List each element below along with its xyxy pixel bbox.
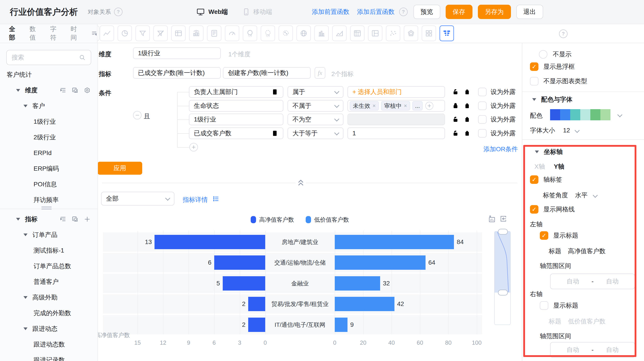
metric-group[interactable]: 跟进动态 [0,321,98,336]
detail-list-icon[interactable] [212,195,220,202]
radio-hide[interactable]: 不显示 [539,50,572,58]
list-item[interactable]: 完成的外勤数 [0,305,98,321]
toolbar-icon-pivot-table[interactable] [350,26,364,41]
list-item[interactable]: ERP编码 [0,161,98,176]
expose-checkbox[interactable] [478,129,486,138]
left-axis-range[interactable]: 自动 - 自动 [550,274,635,289]
checkbox-left-show-title[interactable]: ✓显示标题 [540,231,578,240]
condition-operator[interactable]: 大于等于 [288,128,344,139]
checkbox-show-tooltip[interactable]: ✓显示悬浮框 [530,62,575,71]
metric-group[interactable]: 订单产品 [0,227,98,243]
sidebar-splitter[interactable] [0,209,98,211]
range-min-input[interactable]: 自动 [554,277,592,286]
add-or-condition-link[interactable]: 添加OR条件 [484,145,518,154]
left-bar[interactable] [248,297,265,311]
condition-field[interactable]: 生命状态 [189,100,283,112]
list-item[interactable]: 跟进记录数 [0,352,98,361]
toolbar-icon-pie-chart[interactable] [118,26,132,41]
tab-x-axis[interactable]: X轴 [534,162,545,171]
function-help-icon[interactable]: ? [399,8,408,16]
trash-icon[interactable] [463,102,471,110]
range-max-input[interactable]: 自动 [594,346,631,354]
toolbar-icon-line-area[interactable] [332,26,346,41]
list-item[interactable]: 订单产品总数 [0,258,98,274]
checkbox-right-show-title[interactable]: 显示标题 [540,301,578,310]
multi-select-icon[interactable] [72,216,79,223]
left-bar[interactable] [248,318,265,332]
toolbar-icon-funnel-filtered[interactable] [154,26,168,41]
remove-group-button[interactable]: − [133,111,142,120]
toolbar-icon-radar[interactable] [404,26,418,41]
expose-checkbox[interactable] [478,88,486,96]
list-item[interactable]: ERPId [0,145,98,161]
datazoom-handle-middle[interactable] [498,290,508,296]
toolbar-icon-scatter[interactable] [386,26,400,41]
list-item[interactable]: 测试指标-1 [0,243,98,258]
right-bar[interactable] [335,276,380,290]
trash-icon[interactable] [463,116,471,123]
legend-item[interactable]: 低价值客户数 [306,216,349,224]
toolbar-icon-gauge[interactable] [225,26,239,41]
legend-item[interactable]: 高净值客户数 [251,216,294,224]
list-item[interactable]: 1级行业 [0,114,98,130]
fx-button[interactable]: fx [314,67,325,79]
indent-list-icon[interactable] [60,87,67,94]
lock-icon[interactable] [452,102,459,110]
category-filter-select[interactable]: 全部 [101,192,174,206]
add-condition-button[interactable]: + [190,143,198,152]
collapse-config-button[interactable] [296,178,306,188]
unlock-icon[interactable] [452,130,459,137]
org-picker-icon[interactable] [271,88,278,96]
toolbar-icon-map-cn-3[interactable] [278,26,293,41]
palette-swatches[interactable] [550,109,622,120]
left-bar[interactable] [214,256,265,270]
dimension-group-customer[interactable]: 客户 [0,98,98,114]
chart-row[interactable]: 2 贸易/批发/零售/租赁业 42 [102,294,482,314]
add-to-dashboard-icon[interactable] [488,215,496,223]
toolbar-icon-map-cn-2[interactable]: CN [261,26,275,41]
toolbar-icon-report[interactable] [207,26,222,41]
metric-field-1[interactable]: 已成交客户数(唯一计数) [133,67,221,79]
label-angle-row[interactable]: 标签角度 水平 [543,191,597,200]
search-input[interactable]: 搜索 [6,50,91,65]
toolbar-icon-funnel[interactable] [136,26,150,41]
close-icon[interactable]: × [404,103,407,109]
help-icon[interactable]: ? [114,8,122,16]
range-min-input[interactable]: 自动 [554,346,592,354]
list-item[interactable]: 拜访频率 [0,192,98,208]
tab-y-axis[interactable]: Y轴 [554,162,564,171]
right-bar[interactable] [335,256,426,270]
tag[interactable]: 未生效× [350,101,379,110]
list-item[interactable]: 跟进动态数 [0,336,98,352]
toolbar-icon-bar-trend[interactable] [189,26,204,41]
unlock-icon[interactable] [452,88,459,96]
left-bar[interactable] [223,276,265,290]
condition-operator[interactable]: 不属于 [288,100,344,112]
indent-list-icon[interactable] [60,216,67,223]
datazoom-handle-top[interactable] [498,229,508,235]
save-as-button[interactable]: 另存为 [478,5,511,19]
condition-field[interactable]: 1级行业 [189,114,283,125]
trash-icon[interactable] [463,88,471,96]
add-post-function-link[interactable]: 添加后置函数 [357,8,395,16]
list-item[interactable]: 2级行业 [0,130,98,145]
collapse-fields-icon[interactable] [91,30,97,37]
metric-detail-link[interactable]: 指标详情 [183,196,208,204]
web-toggle[interactable]: Web端 [196,8,228,16]
toolbar-icon-quadrant[interactable] [422,26,436,41]
condition-operator[interactable]: 属于 [288,86,344,98]
right-axis-range[interactable]: 自动 - 自动 [550,342,635,358]
export-back-icon[interactable] [499,215,507,223]
left-axis-title-value[interactable]: 高净值客户数 [568,247,606,256]
right-bar[interactable] [335,318,348,332]
condition-value-picker[interactable]: + 选择人员和部门 [348,86,445,98]
multi-select-icon[interactable] [72,87,79,94]
condition-value-input[interactable]: 1 [348,128,445,139]
tab-time[interactable]: 时间 [71,25,81,42]
close-icon[interactable]: × [372,103,376,109]
datazoom-slider[interactable] [494,231,511,325]
toolbar-icon-layout-table[interactable] [368,26,382,41]
toolbar-help-icon[interactable]: ? [559,30,568,38]
condition-value-tags[interactable]: 未生效× 审核中× ... + [348,100,445,112]
more-tags-button[interactable]: ... [412,101,422,110]
